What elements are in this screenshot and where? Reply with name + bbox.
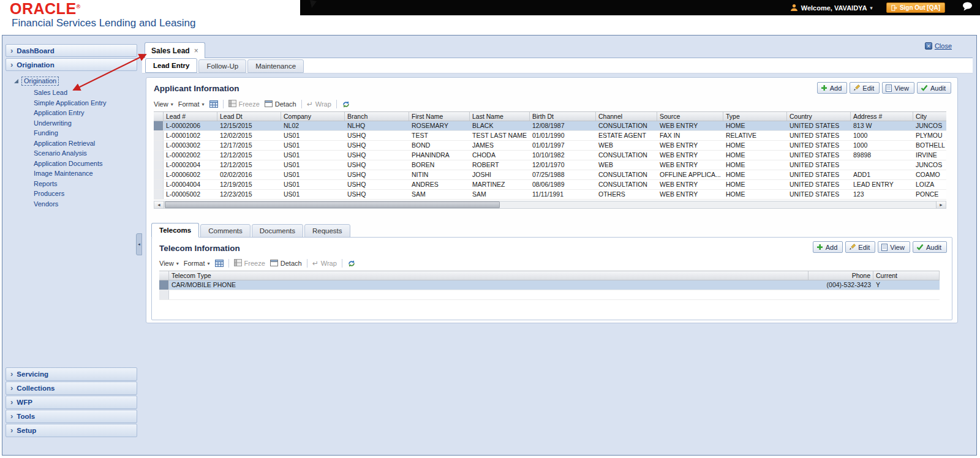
cell: USHQ [345, 170, 409, 179]
column-header-address[interactable]: Address # [851, 112, 913, 121]
tree-root-origination[interactable]: Origination [14, 77, 137, 86]
origination-tree: Origination Sales LeadSimple Application… [6, 72, 137, 209]
sidebar-item-application-retrieval[interactable]: Application Retrieval [34, 138, 137, 149]
sidebar-section-wfp[interactable]: ›WFP [6, 396, 137, 409]
cell: TEST [409, 131, 470, 140]
table-row[interactable]: L-0000200212/12/2015US01USHQPHANINDRACHO… [154, 151, 946, 160]
sidebar-section-tools[interactable]: ›Tools [6, 410, 137, 423]
cell: HOME [723, 170, 787, 179]
table-row[interactable]: CAR/MOBILE PHONE(004)-532-3423Y [159, 280, 940, 290]
column-header-channel[interactable]: Channel [596, 112, 657, 121]
cell [169, 290, 809, 299]
tree-items: Sales LeadSimple Application EntryApplic… [34, 88, 137, 209]
sign-out-icon [891, 5, 897, 11]
button-label: Add [830, 84, 842, 92]
chat-bubble-icon[interactable] [962, 2, 973, 13]
scrollbar-thumb[interactable] [165, 201, 500, 208]
lead-tabs: Lead EntryFollow-UpMaintenance [142, 58, 973, 73]
view-menu-button[interactable]: View▾ [154, 100, 173, 108]
sidebar-section-origination[interactable]: › Origination [6, 58, 137, 71]
sidebar-item-producers[interactable]: Producers [34, 189, 137, 199]
audit-button[interactable]: Audit [913, 241, 947, 253]
freeze-button[interactable]: Freeze [228, 100, 260, 108]
sidebar-item-vendors[interactable]: Vendors [34, 199, 137, 209]
applicant-table: Lead #Lead DtCompanyBranchFirst NameLast… [154, 111, 946, 200]
tab-follow-up[interactable]: Follow-Up [198, 59, 246, 73]
table-row[interactable]: L-0000500212/23/2015US01USHQSAMSAM11/11/… [154, 190, 946, 200]
audit-button[interactable]: Audit [917, 82, 951, 94]
cell: FAX IN [657, 131, 723, 140]
detach-button[interactable]: Detach [265, 100, 296, 108]
column-header-country[interactable]: Country [787, 112, 851, 121]
sidebar-item-underwriting[interactable]: Underwriting [34, 118, 137, 129]
edit-button[interactable]: Edit [845, 241, 875, 253]
tab-close-icon[interactable]: × [194, 47, 198, 55]
detach-button[interactable]: Detach [270, 259, 302, 268]
table-row[interactable]: L-0000600202/02/2016US01USHQNITINJOSHI07… [154, 170, 946, 180]
sidebar-item-image-maintenance[interactable]: Image Maintenance [34, 168, 137, 179]
sidebar-item-funding[interactable]: Funding [34, 128, 137, 138]
refresh-icon[interactable] [342, 100, 350, 108]
edit-button[interactable]: Edit [850, 82, 880, 94]
sidebar-item-sales-lead[interactable]: Sales Lead [34, 88, 137, 98]
tab-maintenance[interactable]: Maintenance [247, 59, 304, 73]
table-columns-icon[interactable] [215, 260, 224, 267]
column-header-lead-dt[interactable]: Lead Dt [217, 112, 281, 121]
horizontal-scrollbar[interactable]: ◄ ► [154, 201, 946, 209]
window-tab-sales-lead[interactable]: Sales Lead × [145, 42, 205, 58]
detail-tab-telecoms[interactable]: Telecoms [151, 223, 199, 238]
detail-tab-documents[interactable]: Documents [252, 224, 303, 238]
column-header-company[interactable]: Company [281, 112, 345, 121]
tab-lead-entry[interactable]: Lead Entry [145, 58, 197, 73]
table-row[interactable] [159, 290, 940, 300]
sidebar-section-dashboard[interactable]: › DashBoard [6, 44, 137, 57]
column-header-last-name[interactable]: Last Name [470, 112, 530, 121]
view-button[interactable]: View [882, 82, 914, 94]
column-header-branch[interactable]: Branch [345, 112, 409, 121]
table-row[interactable]: L-0000100212/02/2015US01USHQTESTTEST LAS… [154, 131, 946, 141]
sidebar-item-application-entry[interactable]: Application Entry [34, 108, 137, 118]
sidebar-section-setup[interactable]: ›Setup [6, 424, 137, 437]
scroll-left-icon[interactable]: ◄ [154, 201, 164, 208]
format-menu-button[interactable]: Format▾ [178, 100, 205, 108]
add-button[interactable]: Add [817, 82, 848, 94]
column-header-city[interactable]: City [913, 112, 946, 121]
sidebar-item-application-documents[interactable]: Application Documents [34, 159, 137, 169]
scroll-right-icon[interactable]: ► [936, 201, 946, 208]
column-header-source[interactable]: Source [657, 112, 723, 121]
table-row[interactable]: L-0000200612/15/2015NL02NLHQROSEMARYBLAC… [154, 121, 946, 131]
column-header-type[interactable]: Type [723, 112, 787, 121]
add-button[interactable]: Add [813, 241, 843, 253]
wrap-button[interactable]: ↵Wrap [312, 260, 337, 267]
cell: UNITED STATES [787, 131, 851, 140]
table-row[interactable]: L-0000400412/19/2015US01USHQANDRESMARTIN… [154, 180, 946, 190]
user-menu[interactable]: Welcome, VAVAIDYA ▾ [790, 4, 873, 12]
tree-expand-icon[interactable] [14, 79, 18, 83]
sign-out-button[interactable]: Sign Out [QA] [886, 2, 945, 13]
sidebar-item-reports[interactable]: Reports [34, 179, 137, 189]
refresh-icon[interactable] [347, 260, 356, 268]
column-header-lead[interactable]: Lead # [164, 112, 217, 121]
view-menu-button[interactable]: View▾ [159, 260, 179, 267]
table-row[interactable]: L-0000200412/12/2015US01USHQBORENROBERT1… [154, 160, 946, 170]
format-menu-button[interactable]: Format▾ [184, 260, 210, 267]
sidebar-item-simple-application-entry[interactable]: Simple Application Entry [34, 98, 137, 108]
detail-tab-comments[interactable]: Comments [200, 224, 251, 238]
view-button[interactable]: View [878, 241, 910, 253]
table-row[interactable]: L-0000300212/17/2015US01USHQBONDJAMES01/… [154, 141, 946, 151]
tree-root-label: Origination [21, 77, 59, 86]
column-header-first-name[interactable]: First Name [409, 112, 470, 121]
sidebar-section-collections[interactable]: ›Collections [6, 381, 137, 395]
column-header-telecom-type[interactable]: Telecom Type [169, 271, 809, 280]
sidebar-section-servicing[interactable]: ›Servicing [6, 367, 137, 381]
column-header-current[interactable]: Current [873, 271, 940, 280]
column-header-phone[interactable]: Phone [809, 271, 873, 280]
sidebar-collapse-handle[interactable]: ◄ [136, 233, 142, 255]
table-columns-icon[interactable] [209, 100, 218, 108]
sidebar-item-scenario-analysis[interactable]: Scenario Analysis [34, 148, 137, 159]
close-button[interactable]: × Close [925, 42, 952, 50]
wrap-button[interactable]: ↵Wrap [307, 100, 331, 108]
freeze-button[interactable]: Freeze [234, 259, 265, 268]
column-header-birth-dt[interactable]: Birth Dt [530, 112, 596, 121]
detail-tab-requests[interactable]: Requests [304, 224, 350, 238]
